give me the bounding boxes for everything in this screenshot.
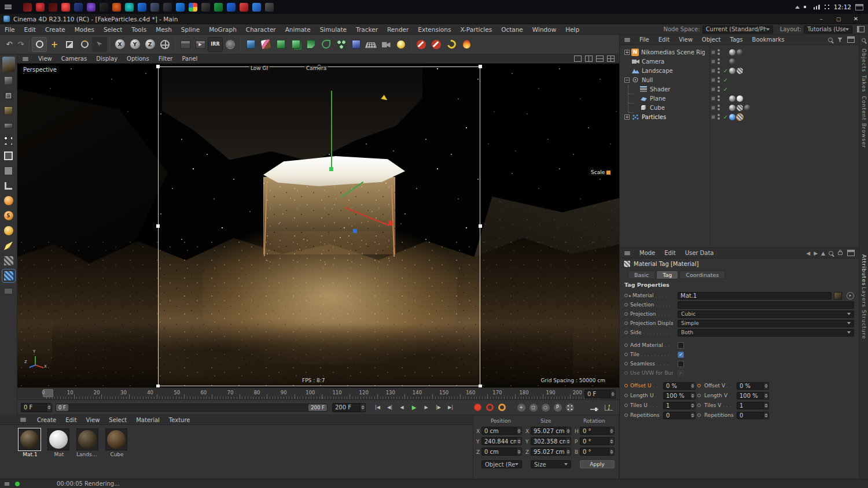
taskbar-app-icon[interactable] [61, 3, 70, 12]
taskbar-app-icon[interactable] [163, 3, 172, 12]
am-search-icon[interactable] [829, 251, 833, 256]
range-slider-end-handle[interactable]: 200 F [308, 404, 327, 411]
frame-handle-top-right[interactable] [479, 65, 482, 68]
material-link-field[interactable]: Mat.1 [678, 292, 832, 300]
menu-mograph[interactable]: MoGraph [204, 24, 241, 34]
maximize-button[interactable]: ▢ [830, 16, 847, 22]
edge-mode-icon[interactable] [2, 149, 15, 162]
make-editable-icon[interactable] [2, 74, 15, 87]
workplane-mode-icon[interactable] [2, 119, 15, 132]
material-menu-material[interactable]: Material [131, 415, 164, 424]
object-row[interactable]: Cube [620, 103, 859, 112]
snap-icon[interactable] [2, 224, 15, 237]
material-menu-edit[interactable]: Edit [61, 415, 81, 424]
taskbar-app-icon[interactable] [252, 3, 261, 12]
expand-icon[interactable]: + [624, 50, 630, 55]
array-icon[interactable] [333, 37, 348, 52]
material-picker-button[interactable]: ▸ [847, 292, 854, 300]
taskbar-app-icon[interactable] [150, 3, 159, 12]
render-settings-icon[interactable] [223, 37, 238, 52]
tab-tag[interactable]: Tag [656, 271, 678, 279]
anim-dot[interactable] [624, 303, 628, 306]
anim-dot[interactable] [624, 413, 628, 417]
strip-search-icon[interactable] [862, 38, 866, 42]
projection-display-select[interactable]: Simple [678, 320, 854, 327]
layout-panel-icon[interactable] [857, 26, 865, 32]
length-u-field[interactable]: 100 % [663, 392, 696, 400]
side-tab-content-browser[interactable]: Content Browser [861, 96, 867, 148]
deactivate-generators-icon[interactable] [414, 37, 429, 52]
floor-grid-icon[interactable] [363, 37, 378, 52]
seamless-checkbox[interactable] [678, 361, 684, 367]
taskbar-app-icon[interactable] [189, 3, 197, 12]
material-menu-texture[interactable]: Texture [164, 415, 195, 424]
anim-dot[interactable] [624, 343, 628, 347]
am-forward-icon[interactable]: ▶ [814, 250, 818, 256]
goto-start-button[interactable]: |◀ [372, 403, 384, 412]
menu-animate[interactable]: Animate [281, 24, 315, 34]
am-panel-icon[interactable] [847, 250, 855, 256]
om-menu-tags[interactable]: Tags [725, 35, 747, 45]
symmetry-icon[interactable]: S [2, 209, 15, 222]
anim-dot[interactable] [697, 404, 701, 407]
anim-dot[interactable] [624, 294, 628, 297]
pos-z-field[interactable]: 0 cm [481, 448, 522, 456]
viewport-menu-cameras[interactable]: Cameras [57, 54, 91, 63]
fire-solver-icon[interactable] [459, 37, 474, 52]
minimize-button[interactable]: – [812, 16, 830, 22]
anim-dot[interactable] [697, 413, 701, 417]
om-panel-icon[interactable] [847, 36, 855, 43]
anim-dot[interactable] [624, 321, 628, 325]
render-view-icon[interactable] [178, 37, 193, 52]
taskbar-app-icon[interactable] [201, 3, 210, 12]
section-header[interactable]: Tag Properties [624, 282, 670, 288]
material-item[interactable]: Mat.1 [19, 428, 42, 457]
viewport-menu-view[interactable]: View [34, 54, 57, 63]
rot-h-field[interactable]: 0 ° [580, 427, 615, 435]
tiles-v-field[interactable]: 1 [737, 402, 769, 409]
menu-octane[interactable]: Octane [496, 24, 528, 34]
anim-dot[interactable] [624, 362, 628, 365]
side-tab-layers[interactable]: Layers [861, 287, 867, 308]
axis-y-lock-icon[interactable]: Y [127, 37, 142, 52]
record-active-objects-button[interactable] [472, 403, 484, 412]
viewport-thumbnail[interactable] [2, 57, 15, 72]
coords-mode-select[interactable]: Object (Rel) [481, 460, 522, 468]
object-manager-menu-icon[interactable] [624, 38, 630, 41]
prev-frame-button[interactable]: ◀ [396, 403, 408, 412]
goto-end-button[interactable]: ▶| [444, 403, 457, 412]
model-mode-icon[interactable] [2, 89, 15, 102]
coordinate-system-icon[interactable] [157, 37, 172, 52]
repetitions-v-field[interactable]: 0 [737, 412, 769, 419]
menu-select[interactable]: Select [99, 24, 127, 34]
axis-z-lock-icon[interactable]: Z [142, 37, 157, 52]
fcurve-icon[interactable] [602, 403, 615, 412]
live-selection-icon[interactable] [32, 37, 47, 52]
irr-button[interactable]: IRR [208, 37, 223, 52]
frame-handle-mid-right[interactable] [479, 224, 482, 228]
layout-select[interactable]: Tutorials (User) [804, 25, 852, 34]
key-pla-toggle[interactable] [564, 403, 576, 412]
taskbar-app-icon[interactable] [36, 3, 45, 12]
anim-dot-keyed[interactable] [624, 384, 628, 387]
size-z-field[interactable]: 95.027 cm [531, 448, 571, 456]
axis-mode-icon[interactable] [2, 179, 15, 192]
taskbar-app-icon[interactable] [138, 3, 146, 12]
object-row[interactable]: + N Nikomedias Scene Rig Ultimate [620, 47, 859, 57]
taskbar-app-icon[interactable] [176, 3, 185, 12]
menu-extensions[interactable]: Extensions [413, 24, 455, 34]
redo-icon[interactable]: ↷ [15, 37, 27, 52]
view-label[interactable]: Perspective [21, 66, 59, 73]
menu-render[interactable]: Render [382, 24, 413, 34]
move-tool-icon[interactable]: + [47, 37, 62, 52]
scale-tool-icon[interactable] [62, 37, 77, 52]
am-back-icon[interactable]: ◀ [806, 250, 810, 256]
taskbar-app-icon[interactable] [49, 3, 57, 12]
taskbar-app-icon[interactable] [74, 3, 83, 12]
mograph-spline-icon[interactable] [318, 37, 333, 52]
add-cube-icon[interactable] [243, 37, 258, 52]
expand-arrow-icon[interactable]: ▸ [629, 293, 631, 298]
material-item[interactable]: Cube [105, 428, 128, 457]
timeline-ruler[interactable]: 0 10 20 30 40 50 60 70 80 90 100 110 120… [17, 387, 619, 400]
rot-b-field[interactable]: 0 ° [580, 448, 615, 456]
